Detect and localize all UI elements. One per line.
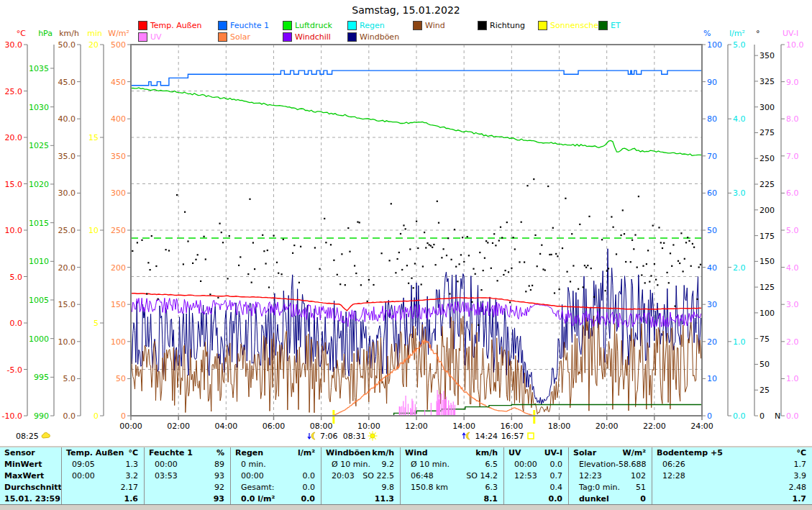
- svg-text:20.0: 20.0: [5, 133, 23, 142]
- svg-text:200: 200: [111, 263, 126, 273]
- svg-text:2.0: 2.0: [733, 263, 746, 273]
- marker-time: 7:06: [320, 432, 338, 441]
- svg-text:N: N: [775, 411, 780, 421]
- svg-text:300: 300: [111, 188, 126, 198]
- svg-text:0: 0: [121, 411, 126, 421]
- svg-text:3.0: 3.0: [733, 188, 746, 198]
- marker-sunrise: 08:31: [343, 431, 379, 441]
- table-cell: 06:261.7: [652, 459, 812, 470]
- svg-text:10.0: 10.0: [58, 337, 76, 347]
- svg-text:0.0: 0.0: [733, 411, 746, 421]
- svg-text:0: 0: [707, 411, 712, 421]
- marker-moonset: 7:06: [307, 431, 338, 441]
- svg-text:1000: 1000: [29, 334, 49, 344]
- svg-text:1015: 1015: [29, 219, 49, 228]
- table-cell: MaxWert: [0, 470, 61, 482]
- svg-text:°C: °C: [17, 29, 27, 38]
- svg-text:350: 350: [759, 51, 775, 60]
- svg-text:02:00: 02:00: [167, 422, 190, 430]
- table-cell: 0.4: [504, 482, 568, 493]
- svg-text:25.0: 25.0: [58, 226, 76, 235]
- svg-text:150: 150: [759, 257, 775, 266]
- svg-text:1005: 1005: [29, 296, 49, 305]
- svg-text:10:00: 10:00: [357, 422, 380, 430]
- svg-text:4.0: 4.0: [733, 114, 746, 124]
- svg-text:5.0: 5.0: [786, 226, 799, 235]
- marker-moonrise: 14:24: [462, 431, 498, 441]
- svg-text:20.0: 20.0: [58, 263, 76, 273]
- svg-text:3.0: 3.0: [786, 300, 799, 309]
- svg-text:400: 400: [111, 114, 126, 124]
- svg-text:min: min: [87, 29, 102, 38]
- svg-text:1010: 1010: [29, 257, 49, 266]
- svg-text:90: 90: [707, 78, 717, 87]
- table-cell: 8.1: [401, 493, 503, 505]
- weather-daily-graph-page: Samstag, 15.01.2022 Temp. AußenFeuchte 1…: [0, 0, 812, 510]
- moonrise-icon: [462, 431, 473, 441]
- table-cell: 00:0089: [145, 459, 230, 470]
- svg-text:70: 70: [707, 152, 717, 161]
- table-cell: 93: [145, 493, 230, 505]
- svg-text:100: 100: [759, 309, 775, 318]
- svg-text:22:00: 22:00: [643, 422, 666, 430]
- table-cell: 00:000.0: [504, 459, 568, 470]
- svg-text:2.0: 2.0: [786, 337, 799, 347]
- table-cell: MinWert: [0, 459, 61, 470]
- svg-text:20: 20: [88, 40, 99, 50]
- marker-time: 16:57: [501, 432, 524, 441]
- table-cell: 1.7: [652, 493, 812, 505]
- table-column-regen: Regenl/m²0 min.00:000.0Gesamt:0.00.0 l/m…: [230, 447, 321, 504]
- svg-text:4.0: 4.0: [786, 263, 799, 273]
- table-cell: Ø 10 min.6.5: [401, 459, 503, 470]
- table-column-header: Temp. Außen°C: [62, 447, 144, 459]
- svg-text:0.0: 0.0: [10, 319, 23, 328]
- svg-text:30.0: 30.0: [5, 40, 23, 50]
- table-cell: Durchschnitt: [0, 482, 61, 493]
- svg-text:0.0: 0.0: [786, 411, 799, 421]
- svg-text:00:00: 00:00: [119, 422, 142, 430]
- svg-text:5: 5: [93, 319, 99, 328]
- table-column-header: Windkm/h: [401, 447, 503, 459]
- svg-text:W/m²: W/m²: [108, 29, 129, 38]
- svg-text:7.0: 7.0: [786, 152, 799, 161]
- svg-text:20: 20: [707, 337, 717, 347]
- marker-time: 08:25: [16, 432, 39, 441]
- table-column-header: Bodentemp +5°C: [652, 447, 812, 459]
- window-bottom-strip: [0, 505, 812, 510]
- svg-text:12:00: 12:00: [405, 422, 428, 430]
- table-cell: 15.01. 23:59: [0, 493, 61, 505]
- table-column-header: Windböenkm/h: [321, 447, 400, 459]
- svg-text:350: 350: [111, 152, 126, 161]
- svg-text:06:00: 06:00: [263, 422, 286, 430]
- table-column-wind: Windkm/hØ 10 min.6.506:48SO 14.2150.8 km…: [400, 447, 503, 504]
- svg-text:1020: 1020: [29, 180, 49, 189]
- svg-text:25: 25: [759, 386, 770, 395]
- svg-text:1.0: 1.0: [733, 337, 746, 347]
- table-cell: 20:03SO 22.5: [321, 470, 400, 482]
- sunrise-icon: [367, 431, 378, 441]
- table-cell: 9.8: [321, 482, 400, 493]
- svg-text:14:00: 14:00: [452, 422, 475, 430]
- svg-text:km/h: km/h: [59, 29, 79, 38]
- table-cell: dunkel0: [569, 493, 652, 505]
- svg-text:450: 450: [111, 78, 126, 87]
- svg-text:50: 50: [759, 360, 770, 369]
- svg-text:30.0: 30.0: [58, 188, 76, 198]
- table-cell: 0.0: [504, 493, 568, 505]
- table-column-solar: SolarW/m²Elevation-58.68812:23102Tag:0 m…: [568, 447, 652, 504]
- svg-text:35.0: 35.0: [58, 152, 76, 161]
- table-column-windb-en: Windböenkm/hØ 10 min.9.220:03SO 22.59.81…: [321, 447, 400, 504]
- svg-text:15: 15: [88, 133, 99, 142]
- svg-text:250: 250: [111, 226, 126, 235]
- svg-text:18:00: 18:00: [548, 422, 571, 430]
- marker-time: 08:31: [343, 432, 366, 441]
- svg-text:60: 60: [707, 188, 717, 198]
- table-column-header: SolarW/m²: [569, 447, 652, 459]
- svg-text:1025: 1025: [29, 141, 49, 150]
- svg-text:15.0: 15.0: [5, 180, 23, 189]
- svg-text:100: 100: [111, 337, 126, 347]
- table-column-header: Regenl/m²: [231, 447, 321, 459]
- table-column-header: UVUV-I: [504, 447, 568, 459]
- table-cell: 00:000.0: [231, 470, 321, 482]
- svg-text:0: 0: [93, 411, 99, 421]
